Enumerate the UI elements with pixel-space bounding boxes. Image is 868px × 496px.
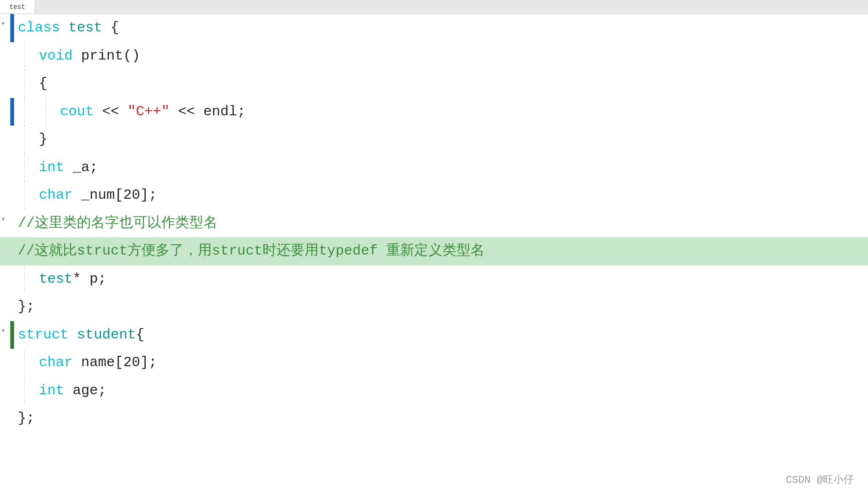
code-line-1: ▾class test {	[0, 14, 868, 42]
token: student	[77, 327, 136, 343]
fold-arrow[interactable]: ▾	[1, 326, 6, 335]
code-line-8: ▾//这里类的名字也可以作类型名	[0, 210, 868, 238]
watermark: CSDN @旺小仔	[786, 473, 854, 487]
token: class	[18, 20, 68, 36]
code-line-9: //这就比struct方便多了，用struct时还要用typedef 重新定义类…	[0, 237, 868, 265]
token: "C++"	[127, 104, 170, 120]
code-area: ▾class test {void print(){cout << "C++" …	[0, 14, 868, 496]
token: };	[18, 299, 35, 315]
token: }	[39, 131, 47, 147]
token: void	[39, 48, 81, 64]
code-line-10: test* p;	[0, 265, 868, 293]
token: {	[111, 20, 119, 36]
code-line-4: cout << "C++" << endl;	[0, 98, 868, 126]
code-line-7: char _num[20];	[0, 181, 868, 210]
token: test	[68, 20, 111, 36]
code-line-2: void print()	[0, 42, 868, 70]
code-line-5: }	[0, 126, 868, 154]
token: << endl;	[170, 104, 246, 120]
editor-container: test ▾class test {void print(){cout << "…	[0, 0, 868, 496]
token: {	[39, 75, 47, 91]
token: _num[20];	[81, 187, 157, 203]
token: test	[39, 271, 73, 287]
code-line-12: ▾struct student{	[0, 321, 868, 349]
token: * p;	[73, 271, 106, 287]
tab-bar: test	[0, 0, 868, 14]
token: char	[39, 354, 81, 370]
fold-arrow[interactable]: ▾	[1, 214, 6, 224]
token: _a;	[73, 159, 98, 175]
token: //这就比struct方便多了，用struct时还要用typedef 重新定义类…	[18, 243, 485, 259]
token: int	[39, 383, 73, 398]
fold-arrow[interactable]: ▾	[1, 19, 6, 28]
code-line-11: };	[0, 293, 868, 321]
token: int	[39, 159, 73, 175]
token: print()	[81, 48, 140, 64]
token: <<	[102, 104, 127, 120]
token: };	[18, 410, 35, 426]
token: age;	[73, 383, 106, 398]
code-line-15: };	[0, 405, 868, 433]
code-line-14: int age;	[0, 377, 868, 405]
code-line-13: char name[20];	[0, 349, 868, 377]
code-line-6: int _a;	[0, 154, 868, 182]
tab-test[interactable]: test	[0, 0, 35, 14]
token: {	[136, 327, 144, 343]
token: //这里类的名字也可以作类型名	[18, 215, 217, 231]
token: name[20];	[81, 354, 157, 370]
token: char	[39, 187, 81, 203]
token: struct	[18, 327, 77, 343]
code-line-3: {	[0, 70, 868, 98]
token: cout	[60, 104, 102, 120]
